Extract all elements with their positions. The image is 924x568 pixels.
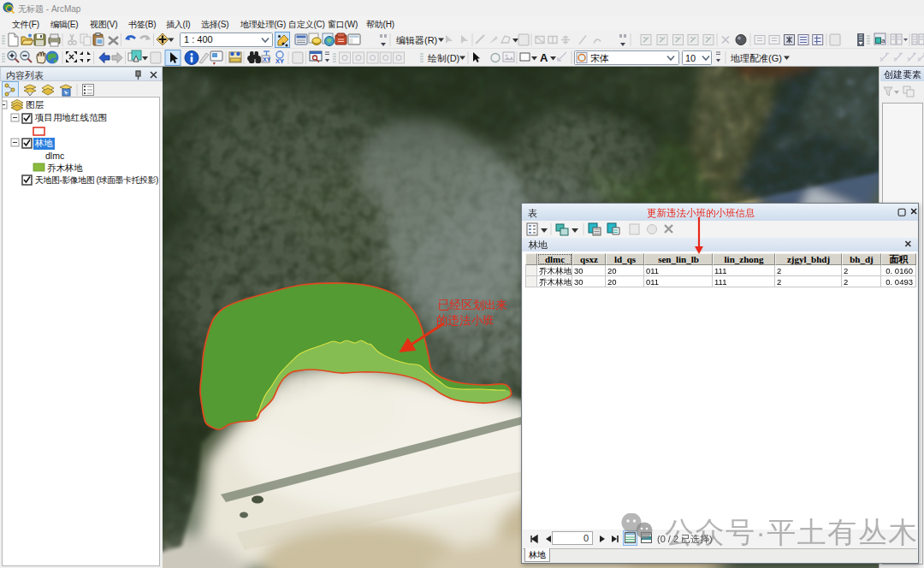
svg-text:的违法小班: 的违法小班	[436, 314, 495, 327]
svg-text:绘制(D): 绘制(D)	[428, 53, 459, 63]
svg-text:已经区划出来: 已经区划出来	[438, 299, 507, 311]
svg-text:XY: XY	[275, 57, 284, 65]
svg-text:A: A	[540, 51, 548, 64]
svg-text:1 : 400: 1 : 400	[184, 34, 213, 44]
svg-text:10: 10	[685, 53, 696, 63]
svg-text:XY: XY	[263, 56, 271, 62]
svg-text:a: a	[881, 37, 886, 44]
svg-text:编辑器(R): 编辑器(R)	[396, 35, 437, 45]
svg-text:宋体: 宋体	[590, 53, 609, 63]
svg-text:地理配准(G): 地理配准(G)	[730, 53, 782, 63]
